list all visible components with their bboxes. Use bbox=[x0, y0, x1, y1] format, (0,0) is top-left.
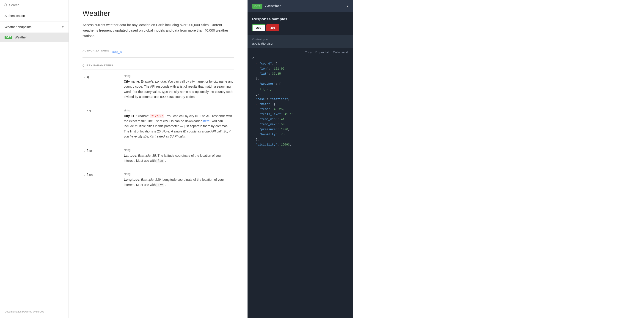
sidebar-item-authentication[interactable]: Authentication bbox=[0, 10, 68, 21]
code-line: + { … } bbox=[252, 87, 348, 92]
app-id-link[interactable]: app_id bbox=[112, 50, 122, 53]
main-content: Weather Access current weather data for … bbox=[69, 0, 248, 318]
content-type-bar: Content type application/json bbox=[248, 35, 353, 48]
param-type-lat: string bbox=[124, 149, 234, 152]
endpoint-bar: GET /weather ▾ bbox=[248, 0, 353, 12]
search-icon bbox=[4, 3, 7, 7]
code-line: "pressure": 1026, bbox=[252, 127, 348, 132]
param-desc-q: City name. Example: London. You can call… bbox=[124, 79, 234, 100]
param-row-q: ├ q string City name. Example: London. Y… bbox=[82, 70, 234, 104]
endpoint-path: /weather bbox=[265, 4, 344, 8]
param-type-id: string bbox=[124, 109, 234, 112]
code-block: { - "coord": { "lon": -121.95, "lat": 37… bbox=[248, 56, 353, 152]
city-id-code: 2172797 bbox=[150, 114, 164, 118]
param-indicator-lon: ├ bbox=[82, 173, 85, 177]
sidebar-footer: Documentation Powered by ReDoc bbox=[0, 305, 68, 318]
param-indicator-q: ├ bbox=[82, 75, 85, 79]
param-indicator-lat: ├ bbox=[82, 150, 85, 154]
tab-200[interactable]: 200 bbox=[252, 24, 266, 31]
param-name-col-id: ├ id bbox=[82, 109, 119, 139]
chevron-down-icon: ∨ bbox=[62, 25, 64, 29]
param-row-lon: ├ lon string Longitude. Example: 139. Lo… bbox=[82, 168, 234, 192]
right-panel: GET /weather ▾ Response samples 200 401 … bbox=[248, 0, 353, 318]
expand-icon[interactable]: ▾ bbox=[347, 4, 348, 8]
param-name-lat: lat bbox=[87, 149, 92, 153]
param-desc-id: City ID. Example: 2172797 . You can call… bbox=[124, 114, 234, 139]
code-line: - "weather": [ bbox=[252, 81, 348, 86]
code-line: { bbox=[252, 56, 348, 61]
code-line: "temp_max": 50, bbox=[252, 122, 348, 127]
sidebar-item-weather[interactable]: GET Weather bbox=[0, 33, 68, 42]
code-line: "humidity": 75 bbox=[252, 132, 348, 137]
code-line: "visibility": 16093, bbox=[252, 142, 348, 147]
param-desc-lat: Latitude. Example: 35. The latitude coor… bbox=[124, 153, 234, 163]
code-line: - "coord": { bbox=[252, 61, 348, 66]
param-name-col-lat: ├ lat bbox=[82, 149, 119, 163]
copy-button[interactable]: Copy bbox=[305, 51, 312, 54]
get-method-badge-large: GET bbox=[252, 4, 262, 9]
city-ids-link[interactable]: here bbox=[203, 119, 210, 123]
param-detail-q: string City name. Example: London. You c… bbox=[124, 74, 234, 100]
code-line: "feels_like": 41.16, bbox=[252, 112, 348, 117]
sidebar-item-weather-endpoints[interactable]: Weather endpoints ∨ bbox=[0, 21, 68, 33]
content-type-value: application/json bbox=[252, 42, 348, 45]
authorizations-section: AUTHORIZATIONS: app_id bbox=[82, 45, 234, 58]
response-samples-title: Response samples bbox=[248, 12, 353, 24]
authorizations-label: AUTHORIZATIONS: bbox=[82, 49, 109, 52]
code-line: }, bbox=[252, 137, 348, 142]
redoc-link[interactable]: Documentation Powered by ReDoc bbox=[4, 310, 44, 313]
svg-point-0 bbox=[4, 4, 7, 6]
param-row-lat: ├ lat string Latitude. Example: 35. The … bbox=[82, 144, 234, 168]
param-desc-lon: Longitude. Example: 139. Longitude coord… bbox=[124, 177, 234, 187]
param-name-col-lon: ├ lon bbox=[82, 172, 119, 187]
code-line: "lon": -121.95, bbox=[252, 66, 348, 71]
param-detail-lon: string Longitude. Example: 139. Longitud… bbox=[124, 172, 234, 187]
sidebar: Authentication Weather endpoints ∨ GET W… bbox=[0, 0, 69, 318]
lat-inline-code: lat bbox=[156, 183, 164, 187]
param-name-lon: lon bbox=[87, 173, 92, 177]
param-name-q: q bbox=[87, 75, 89, 78]
collapse-all-button[interactable]: Collapse all bbox=[333, 51, 348, 54]
code-line: "lat": 37.35 bbox=[252, 71, 348, 76]
search-box[interactable] bbox=[0, 0, 68, 10]
code-line: "base": "stations", bbox=[252, 97, 348, 102]
response-tabs: 200 401 bbox=[248, 24, 353, 35]
param-row-id: ├ id string City ID. Example: 2172797 . … bbox=[82, 104, 234, 144]
code-line: "temp_min": 41, bbox=[252, 117, 348, 122]
content-type-label: Content type bbox=[252, 38, 348, 41]
query-params-label: QUERY PARAMETERS bbox=[82, 61, 234, 70]
svg-line-1 bbox=[6, 6, 7, 6]
query-params-section: QUERY PARAMETERS ├ q string City name. E… bbox=[82, 61, 234, 192]
param-type-lon: string bbox=[124, 172, 234, 176]
page-description: Access current weather data for any loca… bbox=[82, 22, 234, 39]
lon-inline-code: lon bbox=[156, 159, 164, 163]
code-line: }, bbox=[252, 76, 348, 81]
param-indicator-id: ├ bbox=[82, 110, 85, 114]
page-title: Weather bbox=[82, 9, 234, 18]
tab-401[interactable]: 401 bbox=[266, 24, 280, 31]
search-input[interactable] bbox=[9, 3, 65, 7]
code-line: ], bbox=[252, 92, 348, 97]
param-name-col-q: ├ q bbox=[82, 74, 119, 100]
code-line: - "main": { bbox=[252, 102, 348, 107]
param-type-q: string bbox=[124, 74, 234, 78]
code-actions: Copy Expand all Collapse all bbox=[248, 48, 353, 56]
param-detail-lat: string Latitude. Example: 35. The latitu… bbox=[124, 149, 234, 163]
code-line: "temp": 45.25, bbox=[252, 107, 348, 112]
expand-all-button[interactable]: Expand all bbox=[315, 51, 329, 54]
param-detail-id: string City ID. Example: 2172797 . You c… bbox=[124, 109, 234, 139]
get-method-badge: GET bbox=[4, 36, 12, 39]
param-name-id: id bbox=[87, 109, 91, 113]
